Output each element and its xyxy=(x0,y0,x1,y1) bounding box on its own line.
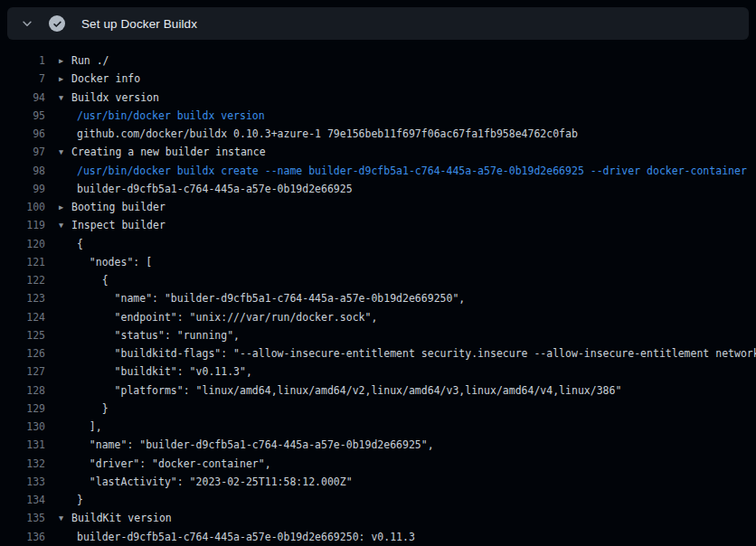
log-line: 130 ], xyxy=(0,418,756,436)
log-line: 95/usr/bin/docker buildx version xyxy=(0,107,756,125)
caret-expanded-icon[interactable]: ▼ xyxy=(59,147,71,156)
collapse-step-button[interactable] xyxy=(18,14,36,33)
line-number[interactable]: 124 xyxy=(0,311,45,324)
line-number[interactable]: 95 xyxy=(0,109,45,122)
log-line: 128 "platforms": "linux/amd64,linux/amd6… xyxy=(0,381,756,400)
log-output: 1▶Run ./7▶Docker info94▼Buildx version95… xyxy=(0,52,756,546)
line-number[interactable]: 100 xyxy=(0,201,45,213)
line-number[interactable]: 134 xyxy=(0,494,45,506)
log-line: 99builder-d9cfb5a1-c764-445a-a57e-0b19d2… xyxy=(0,180,756,198)
output-text: "driver": "docker-container", xyxy=(77,457,271,470)
log-line: 121 "nodes": [ xyxy=(0,253,756,271)
line-number[interactable]: 7 xyxy=(0,72,45,85)
log-line: 136builder-d9cfb5a1-c764-445a-a57e-0b19d… xyxy=(0,528,756,546)
log-group-line[interactable]: 119▼Inspect builder xyxy=(0,216,756,234)
line-number[interactable]: 96 xyxy=(0,127,45,140)
line-number[interactable]: 120 xyxy=(0,238,45,250)
caret-expanded-icon[interactable]: ▼ xyxy=(59,93,71,102)
line-number[interactable]: 94 xyxy=(0,91,45,104)
output-text: "buildkit": "v0.11.3", xyxy=(77,365,252,378)
output-text: github.com/docker/buildx 0.10.3+azure-1 … xyxy=(77,127,578,140)
log-line: 124 "endpoint": "unix:///var/run/docker.… xyxy=(0,308,756,326)
log-group-line[interactable]: 7▶Docker info xyxy=(0,70,756,88)
caret-collapsed-icon[interactable]: ▶ xyxy=(59,74,71,83)
output-text: } xyxy=(77,494,83,506)
group-label: Run ./ xyxy=(71,54,109,67)
caret-collapsed-icon[interactable]: ▶ xyxy=(59,56,71,65)
line-number[interactable]: 125 xyxy=(0,329,45,342)
log-line: 123 "name": "builder-d9cfb5a1-c764-445a-… xyxy=(0,289,756,307)
line-number[interactable]: 127 xyxy=(0,365,45,378)
log-line: 126 "buildkitd-flags": "--allow-insecure… xyxy=(0,344,756,362)
log-line: 120{ xyxy=(0,235,756,253)
output-text: } xyxy=(77,402,109,415)
line-number[interactable]: 135 xyxy=(0,512,45,524)
command-text: /usr/bin/docker buildx version xyxy=(77,109,265,122)
log-group-line[interactable]: 135▼BuildKit version xyxy=(0,509,756,527)
group-label: Inspect builder xyxy=(71,219,165,231)
output-text: "lastActivity": "2023-02-25T11:58:12.000… xyxy=(77,475,353,488)
output-text: "buildkitd-flags": "--allow-insecure-ent… xyxy=(77,347,756,360)
caret-collapsed-icon[interactable]: ▶ xyxy=(59,202,71,212)
output-text: "name": "builder-d9cfb5a1-c764-445a-a57e… xyxy=(77,438,434,451)
log-line: 96github.com/docker/buildx 0.10.3+azure-… xyxy=(0,125,756,143)
line-number[interactable]: 129 xyxy=(0,402,45,415)
step-header[interactable]: Set up Docker Buildx xyxy=(7,7,749,40)
step-status-success-icon xyxy=(49,15,65,32)
caret-expanded-icon[interactable]: ▼ xyxy=(59,221,71,230)
command-text: /usr/bin/docker buildx create --name bui… xyxy=(77,165,747,177)
line-number[interactable]: 128 xyxy=(0,384,45,397)
log-line: 133 "lastActivity": "2023-02-25T11:58:12… xyxy=(0,473,756,491)
line-number[interactable]: 119 xyxy=(0,219,45,231)
log-line: 131 "name": "builder-d9cfb5a1-c764-445a-… xyxy=(0,436,756,454)
group-label: Buildx version xyxy=(71,91,159,104)
output-text: "endpoint": "unix:///var/run/docker.sock… xyxy=(77,311,377,324)
line-number[interactable]: 131 xyxy=(0,438,45,451)
group-label: Booting builder xyxy=(71,201,165,213)
line-number[interactable]: 98 xyxy=(0,165,45,177)
log-group-line[interactable]: 100▶Booting builder xyxy=(0,198,756,216)
log-line: 129 } xyxy=(0,400,756,418)
line-number[interactable]: 1 xyxy=(0,54,45,67)
line-number[interactable]: 122 xyxy=(0,274,45,287)
log-line: 134} xyxy=(0,491,756,509)
output-text: "platforms": "linux/amd64,linux/amd64/v2… xyxy=(77,384,621,397)
log-line: 132 "driver": "docker-container", xyxy=(0,455,756,473)
line-number[interactable]: 99 xyxy=(0,183,45,195)
line-number[interactable]: 123 xyxy=(0,292,45,305)
step-title: Set up Docker Buildx xyxy=(81,17,197,31)
chevron-down-icon xyxy=(21,17,33,30)
line-number[interactable]: 121 xyxy=(0,256,45,268)
group-label: BuildKit version xyxy=(71,512,172,524)
output-text: "nodes": [ xyxy=(77,256,152,268)
log-group-line[interactable]: 97▼Creating a new builder instance xyxy=(0,143,756,161)
group-label: Creating a new builder instance xyxy=(71,146,266,158)
log-group-line[interactable]: 1▶Run ./ xyxy=(0,52,756,70)
log-line: 122 { xyxy=(0,271,756,289)
log-line: 127 "buildkit": "v0.11.3", xyxy=(0,362,756,381)
output-text: ], xyxy=(77,420,102,433)
output-text: { xyxy=(77,238,83,250)
output-text: { xyxy=(77,274,109,287)
output-text: builder-d9cfb5a1-c764-445a-a57e-0b19d2e6… xyxy=(77,183,353,195)
log-line: 125 "status": "running", xyxy=(0,326,756,344)
log-group-line[interactable]: 94▼Buildx version xyxy=(0,89,756,107)
line-number[interactable]: 130 xyxy=(0,420,45,433)
output-text: "name": "builder-d9cfb5a1-c764-445a-a57e… xyxy=(77,292,465,305)
group-label: Docker info xyxy=(71,72,140,85)
line-number[interactable]: 126 xyxy=(0,347,45,360)
output-text: builder-d9cfb5a1-c764-445a-a57e-0b19d2e6… xyxy=(77,531,415,543)
line-number[interactable]: 133 xyxy=(0,475,45,488)
line-number[interactable]: 97 xyxy=(0,146,45,158)
log-line: 98/usr/bin/docker buildx create --name b… xyxy=(0,162,756,180)
caret-expanded-icon[interactable]: ▼ xyxy=(59,513,71,522)
line-number[interactable]: 136 xyxy=(0,531,45,543)
output-text: "status": "running", xyxy=(77,329,240,342)
line-number[interactable]: 132 xyxy=(0,457,45,470)
